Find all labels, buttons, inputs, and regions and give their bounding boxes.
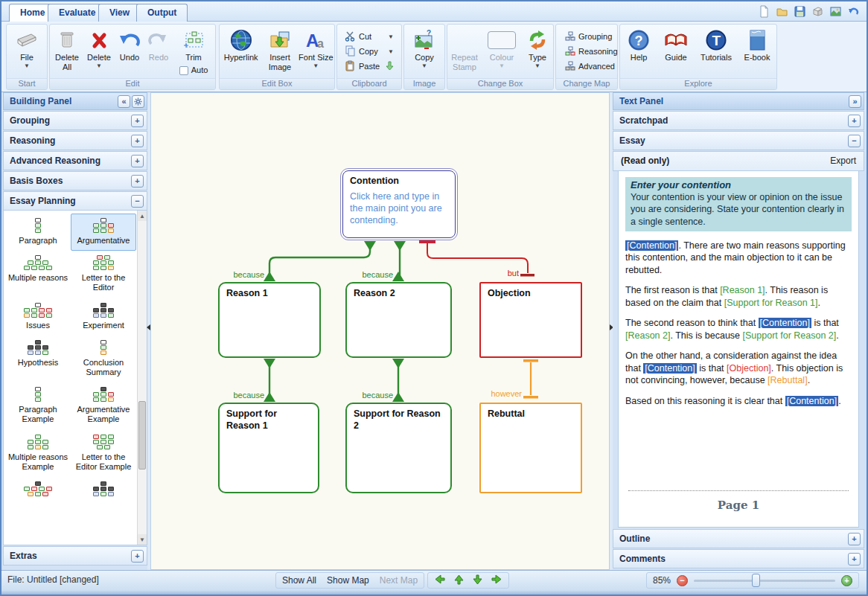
map-canvas[interactable]: ContentionClick here and type in the mai… xyxy=(150,92,610,570)
show-all-button[interactable]: Show All xyxy=(282,575,316,586)
reasoning-map-button[interactable]: Reasoning xyxy=(562,44,621,59)
tab-view[interactable]: View xyxy=(98,4,141,22)
copy-image-button[interactable]: ? Copy ▼ xyxy=(406,25,443,78)
stencil-item-argumentative[interactable]: Argumentative xyxy=(71,214,136,251)
stencil-item-paragraph[interactable]: Paragraph xyxy=(5,214,71,251)
save-icon[interactable] xyxy=(793,4,807,19)
file-button[interactable]: File ▼ xyxy=(7,25,46,78)
essay-paragraph: [Contention]. There are two main reasons… xyxy=(625,240,852,277)
undo-button[interactable]: Undo xyxy=(115,25,144,78)
zoom-slider[interactable] xyxy=(694,580,835,582)
auto-checkbox-row[interactable]: Auto xyxy=(176,63,211,78)
guide-button[interactable]: Guide xyxy=(660,25,692,78)
stencil-item-experiment[interactable]: Experiment xyxy=(71,298,136,336)
tutorials-button[interactable]: T Tutorials xyxy=(697,25,735,78)
trim-button[interactable]: Trim Auto xyxy=(173,25,214,78)
stencil-item-paragraph-example[interactable]: Paragraph Example xyxy=(5,382,71,429)
section-basis-boxes[interactable]: Basis Boxes+ xyxy=(3,171,147,190)
scrollbar-thumb[interactable] xyxy=(138,401,146,470)
stencil-item-multiple-reasons[interactable]: Multiple reasons xyxy=(5,251,71,298)
grouping-map-button[interactable]: Grouping xyxy=(562,29,615,44)
map-box-reason-1[interactable]: Reason 1 xyxy=(218,282,321,358)
hyperlink-button[interactable]: Hyperlink xyxy=(220,25,262,78)
font-size-button[interactable]: Aa Font Size ▼ xyxy=(298,25,334,78)
map-box-reason-2[interactable]: Reason 2 xyxy=(345,282,452,358)
paste-expand-icon[interactable] xyxy=(386,61,394,72)
redo-button[interactable]: Redo xyxy=(144,25,173,78)
auto-checkbox[interactable] xyxy=(179,66,188,75)
stencil-item-conclusion-summary[interactable]: Conclusion Summary xyxy=(71,336,136,382)
stencil-item-letter-to-the-editor[interactable]: Letter to the Editor xyxy=(71,251,136,298)
delete-button[interactable]: Delete ▼ xyxy=(83,25,115,78)
section-outline[interactable]: Outline+ xyxy=(613,529,864,548)
connector-label-because: because xyxy=(220,391,264,400)
map-box-rebuttal[interactable]: Rebuttal xyxy=(479,403,582,493)
expand-icon[interactable]: + xyxy=(848,115,861,127)
map-box-support-for-reason-1[interactable]: Support for Reason 1 xyxy=(218,403,319,493)
section-grouping[interactable]: Grouping+ xyxy=(3,111,147,130)
map-box-support-for-reason-2[interactable]: Support for Reason 2 xyxy=(345,403,452,493)
expand-icon[interactable]: + xyxy=(131,115,144,127)
insert-image-button[interactable]: Insert Image xyxy=(262,25,297,78)
colour-button[interactable]: Colour ▼ xyxy=(485,25,519,78)
arrow-up-icon[interactable] xyxy=(453,574,465,588)
section-extras[interactable]: Extras+ xyxy=(3,546,147,565)
expand-icon[interactable]: + xyxy=(131,135,144,147)
expand-icon[interactable]: + xyxy=(848,533,861,545)
tab-output[interactable]: Output xyxy=(136,4,188,22)
collapse-panel-icon[interactable]: « xyxy=(118,95,130,108)
delete-all-button[interactable]: Delete All xyxy=(51,25,83,78)
stencil-item-argumentative-example[interactable]: Argumentative Example xyxy=(71,382,136,429)
stencil-item-partial[interactable] xyxy=(5,477,71,502)
essay-paragraph: The second reason to think that [Content… xyxy=(625,317,852,342)
section-essay[interactable]: Essay− xyxy=(613,131,864,150)
tab-bar: Home Evaluate View Output xyxy=(1,1,867,22)
open-folder-icon[interactable] xyxy=(775,4,789,19)
section-essay-planning[interactable]: Essay Planning− xyxy=(3,191,147,211)
gear-icon[interactable] xyxy=(132,95,144,108)
collapse-icon[interactable]: − xyxy=(848,135,861,147)
map-box-objection[interactable]: Objection xyxy=(479,282,582,358)
arrow-down-icon[interactable] xyxy=(472,574,483,588)
cut-button[interactable]: Cut ▼ xyxy=(342,29,397,44)
stencil-item-partial[interactable] xyxy=(71,477,136,502)
undo-small-icon[interactable] xyxy=(846,4,861,19)
next-map-button[interactable]: Next Map xyxy=(380,575,418,586)
essay-content[interactable]: Enter your contention Your contention is… xyxy=(618,171,859,528)
copy-button[interactable]: Copy ▼ xyxy=(342,44,397,59)
expand-icon[interactable]: + xyxy=(131,175,144,188)
stencil-item-hypothesis[interactable]: Hypothesis xyxy=(5,336,71,382)
collapse-icon[interactable]: − xyxy=(131,195,144,208)
section-scratchpad[interactable]: Scratchpad+ xyxy=(613,111,864,130)
zoom-out-icon[interactable]: − xyxy=(677,575,688,586)
ebook-button[interactable]: E-book xyxy=(740,25,774,78)
new-document-icon[interactable] xyxy=(757,4,771,19)
export-link[interactable]: Export xyxy=(830,152,856,170)
show-map-button[interactable]: Show Map xyxy=(327,575,369,586)
zoom-in-icon[interactable]: + xyxy=(841,575,852,586)
repeat-stamp-button[interactable]: Repeat Stamp xyxy=(447,25,482,78)
arrow-right-icon[interactable] xyxy=(491,574,502,587)
expand-icon[interactable]: + xyxy=(848,553,861,565)
paste-button[interactable]: Paste xyxy=(342,59,397,74)
advanced-map-button[interactable]: Advanced xyxy=(562,59,618,74)
stencil-item-multiple-reasons-example[interactable]: Multiple reasons Example xyxy=(5,430,71,477)
stencil-item-letter-to-the-editor-example[interactable]: Letter to the Editor Example xyxy=(71,430,136,477)
arrow-left-icon[interactable] xyxy=(434,574,446,587)
stencil-scrollbar[interactable]: ▲ ▼ xyxy=(137,211,147,545)
print-icon[interactable] xyxy=(811,4,825,19)
expand-icon[interactable]: + xyxy=(131,550,144,563)
zoom-slider-thumb[interactable] xyxy=(752,574,760,587)
export-image-icon[interactable] xyxy=(829,4,843,19)
expand-icon[interactable]: + xyxy=(131,155,144,167)
section-comments[interactable]: Comments+ xyxy=(613,549,864,568)
collapse-panel-icon[interactable]: » xyxy=(849,95,861,108)
scroll-down-icon[interactable]: ▼ xyxy=(138,534,147,545)
stencil-item-issues[interactable]: Issues xyxy=(5,298,71,336)
scroll-up-icon[interactable]: ▲ xyxy=(138,211,147,221)
section-advanced-reasoning[interactable]: Advanced Reasoning+ xyxy=(3,151,147,170)
section-reasoning[interactable]: Reasoning+ xyxy=(3,131,147,150)
map-box-contention[interactable]: ContentionClick here and type in the mai… xyxy=(340,168,458,240)
help-button[interactable]: ? Help xyxy=(622,25,655,78)
type-button[interactable]: Type ▼ xyxy=(522,25,553,78)
